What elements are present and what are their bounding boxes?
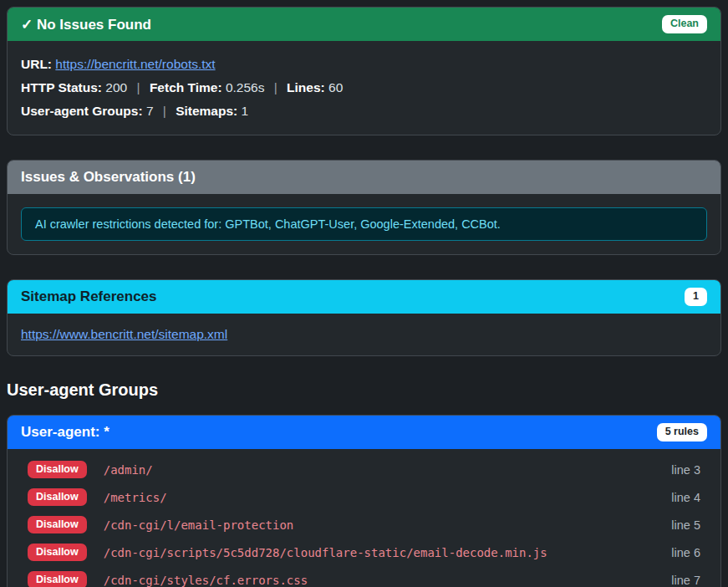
ai-crawler-alert: AI crawler restrictions detected for: GP… xyxy=(21,207,707,241)
rule-path: /metrics/ xyxy=(104,491,167,504)
disallow-badge: Disallow xyxy=(28,516,87,534)
rule-line-number: line 3 xyxy=(671,463,700,477)
rules-list: Disallow /admin/ line 3 Disallow /metric… xyxy=(8,449,720,587)
sitemap-header: Sitemap References 1 xyxy=(8,280,720,314)
separator: | xyxy=(163,104,166,118)
ua-groups-value: 7 xyxy=(146,104,154,118)
rule-path: /admin/ xyxy=(104,463,153,477)
summary-body: URL: https://bencritt.net/robots.txt HTT… xyxy=(8,41,720,135)
robots-report-page: ✓ No Issues Found Clean URL: https://ben… xyxy=(0,0,728,587)
user-agent-title: User-agent: * xyxy=(21,424,109,441)
sitemaps-label: Sitemaps: xyxy=(176,104,237,118)
user-agent-group-card: User-agent: * 5 rules Disallow /admin/ l… xyxy=(7,415,721,587)
rule-path: /cdn-cgi/l/email-protection xyxy=(104,518,294,532)
sitemap-count-badge: 1 xyxy=(685,288,707,306)
fetch-time-value: 0.256s xyxy=(226,80,265,94)
sitemap-body: https://www.bencritt.net/sitemap.xml xyxy=(8,314,720,355)
issues-card: Issues & Observations (1) AI crawler res… xyxy=(7,160,721,255)
sitemap-card: Sitemap References 1 https://www.bencrit… xyxy=(7,279,721,356)
issues-title: Issues & Observations (1) xyxy=(21,169,196,186)
disallow-badge: Disallow xyxy=(28,571,87,587)
sitemap-url-link[interactable]: https://www.bencritt.net/sitemap.xml xyxy=(21,327,227,341)
lines-value: 60 xyxy=(328,80,343,94)
fetch-time-label: Fetch Time: xyxy=(150,80,222,94)
sitemap-title: Sitemap References xyxy=(21,288,157,305)
lines-label: Lines: xyxy=(287,80,325,94)
http-status-label: HTTP Status: xyxy=(21,80,102,94)
url-label: URL: xyxy=(21,57,52,71)
rule-row: Disallow /cdn-cgi/l/email-protection lin… xyxy=(8,511,720,539)
ua-groups-label: User-agent Groups: xyxy=(21,104,143,118)
disallow-badge: Disallow xyxy=(28,461,87,479)
disallow-badge: Disallow xyxy=(28,544,87,562)
summary-title: ✓ No Issues Found xyxy=(21,16,151,33)
rules-count-badge: 5 rules xyxy=(657,423,707,442)
rule-row: Disallow /cdn-cgi/styles/cf.errors.css l… xyxy=(8,566,720,587)
rule-path: /cdn-cgi/scripts/5c5dd728/cloudflare-sta… xyxy=(104,546,547,559)
clean-badge: Clean xyxy=(662,15,707,33)
rule-line-number: line 6 xyxy=(671,546,700,559)
summary-header: ✓ No Issues Found Clean xyxy=(8,8,720,41)
robots-url-link[interactable]: https://bencritt.net/robots.txt xyxy=(55,57,215,71)
summary-card: ✓ No Issues Found Clean URL: https://ben… xyxy=(7,7,721,135)
rule-line-number: line 5 xyxy=(671,518,700,532)
check-icon: ✓ xyxy=(21,17,33,33)
separator: | xyxy=(274,80,277,94)
disallow-badge: Disallow xyxy=(28,488,87,507)
rule-line-number: line 4 xyxy=(671,491,700,504)
url-line: URL: https://bencritt.net/robots.txt xyxy=(21,53,707,76)
summary-title-text: No Issues Found xyxy=(37,17,151,33)
rule-path: /cdn-cgi/styles/cf.errors.css xyxy=(104,574,308,587)
sitemaps-value: 1 xyxy=(242,104,249,118)
rule-row: Disallow /cdn-cgi/scripts/5c5dd728/cloud… xyxy=(8,539,720,566)
rule-row: Disallow /admin/ line 3 xyxy=(8,456,720,483)
rule-line-number: line 7 xyxy=(671,574,700,587)
user-agent-group-header: User-agent: * 5 rules xyxy=(8,416,720,449)
rule-row: Disallow /metrics/ line 4 xyxy=(8,483,720,511)
issues-header: Issues & Observations (1) xyxy=(8,161,720,194)
issues-body: AI crawler restrictions detected for: GP… xyxy=(8,194,720,254)
user-agent-groups-heading: User-agent Groups xyxy=(7,380,721,400)
http-status-value: 200 xyxy=(105,80,127,94)
stats-line-2: User-agent Groups: 7 | Sitemaps: 1 xyxy=(21,100,707,123)
separator: | xyxy=(137,80,140,94)
stats-line-1: HTTP Status: 200 | Fetch Time: 0.256s | … xyxy=(21,76,707,100)
